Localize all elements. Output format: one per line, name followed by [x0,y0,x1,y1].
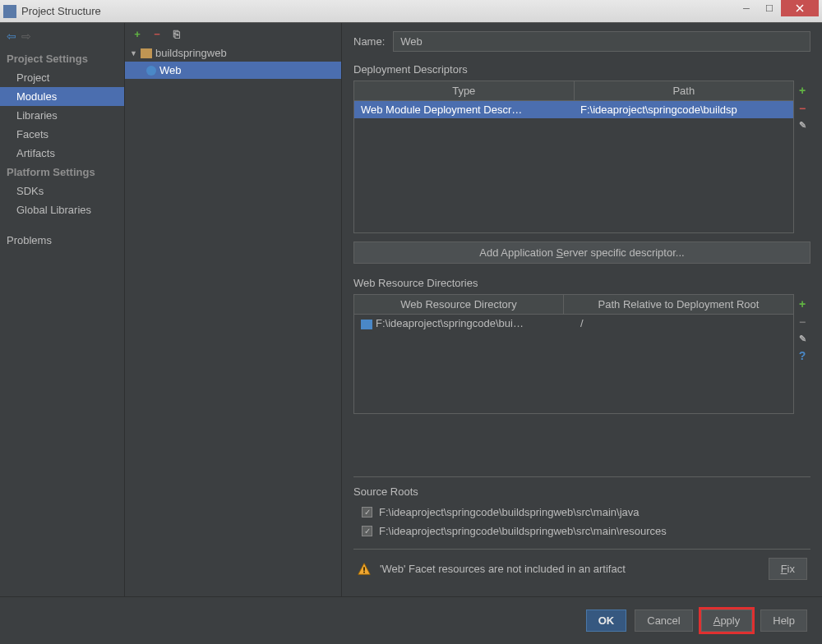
col-webres-dir[interactable]: Web Resource Directory [354,295,564,314]
module-tree-panel: + − ⎘ ▼ buildspringweb Web [125,23,342,596]
deploy-cell-path: F:\ideaproject\springcode\buildsp [574,101,793,118]
edit-webres-icon[interactable]: ✎ [799,334,806,344]
add-server-descriptor-button[interactable]: Add Application Server specific descript… [353,242,810,264]
add-icon[interactable]: + [132,28,143,39]
source-root-item[interactable]: ✓ F:\ideaproject\springcode\buildspringw… [353,522,810,540]
section-header-platform: Platform Settings [0,163,124,182]
col-path[interactable]: Path [575,81,794,100]
name-input[interactable] [393,31,810,52]
add-descriptor-icon[interactable]: + [799,84,806,97]
webres-thead: Web Resource Directory Path Relative to … [354,295,793,315]
name-label: Name: [353,35,385,48]
back-arrow-icon[interactable]: ⇦ [7,30,16,43]
copy-icon[interactable]: ⎘ [171,28,182,39]
tree-node-web[interactable]: Web [125,62,341,79]
tree-child-label: Web [159,64,182,76]
sidebar-item-sdks[interactable]: SDKs [0,182,124,200]
remove-icon[interactable]: − [151,28,163,39]
remove-webres-icon[interactable]: − [799,315,806,329]
webres-row-tools: + − ✎ ? [794,294,810,414]
settings-sidebar: ⇦ ⇨ Project Settings Project Modules Lib… [0,23,125,596]
webres-table-wrap: Web Resource Directory Path Relative to … [353,294,810,414]
help-webres-icon[interactable]: ? [799,349,806,362]
cancel-button[interactable]: Cancel [635,610,692,632]
deploy-row[interactable]: Web Module Deployment Descr… F:\ideaproj… [354,101,793,118]
source-root-path: F:\ideaproject\springcode\buildspringweb… [379,525,667,537]
deploy-table[interactable]: Type Path Web Module Deployment Descr… F… [353,80,794,233]
titlebar: Project Structure ─ ☐ [0,0,822,23]
sidebar-item-libraries[interactable]: Libraries [0,106,124,125]
warning-text: 'Web' Facet resources are not included i… [380,563,626,575]
source-roots-section: Source Roots ✓ F:\ideaproject\springcode… [353,476,810,540]
app-icon [3,5,16,18]
main-area: ⇦ ⇨ Project Settings Project Modules Lib… [0,23,822,596]
edit-descriptor-icon[interactable]: ✎ [799,120,806,131]
sidebar-item-facets[interactable]: Facets [0,125,124,144]
source-root-item[interactable]: ✓ F:\ideaproject\springcode\buildspringw… [353,503,810,522]
window-controls: ─ ☐ [735,0,819,22]
fix-button[interactable]: Fix [769,558,807,580]
deploy-tbody: Web Module Deployment Descr… F:\ideaproj… [354,101,793,232]
warning-row: 'Web' Facet resources are not included i… [353,549,810,588]
deploy-table-wrap: Type Path Web Module Deployment Descr… F… [353,80,810,233]
checkbox-icon[interactable]: ✓ [362,507,372,518]
module-icon [141,48,152,58]
bottom-bar: OK Cancel Apply Help [0,596,822,644]
web-facet-icon [146,66,156,76]
col-rel-path[interactable]: Path Relative to Deployment Root [564,295,793,314]
svg-rect-0 [363,567,365,571]
webres-header: Web Resource Directories [353,277,810,289]
source-roots-header: Source Roots [353,485,810,498]
content-panel: Name: Deployment Descriptors Type Path W… [342,23,822,596]
tree-root-label: buildspringweb [155,47,227,59]
name-row: Name: [353,31,810,52]
deploy-row-tools: + − ✎ [794,80,810,233]
window-title: Project Structure [21,5,735,17]
nav-arrows: ⇦ ⇨ [0,28,124,49]
deploy-descriptors-header: Deployment Descriptors [353,63,810,76]
apply-button[interactable]: Apply [701,610,753,632]
close-button[interactable] [781,0,819,16]
webres-cell-dir: F:\ideaproject\springcode\bui… [354,315,574,332]
sidebar-item-problems[interactable]: Problems [0,231,124,250]
add-webres-icon[interactable]: + [799,297,806,310]
svg-rect-1 [363,571,365,573]
col-type[interactable]: Type [354,81,575,100]
sidebar-item-project[interactable]: Project [0,68,124,87]
deploy-cell-type: Web Module Deployment Descr… [354,101,574,118]
sidebar-item-modules[interactable]: Modules [0,87,124,106]
tree-toolbar: + − ⎘ [125,23,341,44]
help-button[interactable]: Help [760,610,807,632]
spacer [0,219,124,231]
webres-tbody: F:\ideaproject\springcode\bui… / [354,315,793,413]
expand-icon[interactable]: ▼ [130,49,137,58]
folder-icon [361,320,372,329]
section-header-project: Project Settings [0,49,124,68]
remove-descriptor-icon[interactable]: − [799,102,806,115]
checkbox-icon[interactable]: ✓ [362,526,372,536]
forward-arrow-icon[interactable]: ⇨ [21,30,31,43]
webres-table[interactable]: Web Resource Directory Path Relative to … [353,294,794,414]
maximize-button[interactable]: ☐ [758,0,781,16]
ok-button[interactable]: OK [586,610,627,632]
sidebar-item-global-libraries[interactable]: Global Libraries [0,200,124,219]
warning-icon [357,562,372,577]
source-root-path: F:\ideaproject\springcode\buildspringweb… [379,506,640,518]
minimize-button[interactable]: ─ [735,0,758,16]
deploy-thead: Type Path [354,81,793,101]
webres-cell-rel: / [574,315,793,332]
webres-row[interactable]: F:\ideaproject\springcode\bui… / [354,315,793,332]
sidebar-item-artifacts[interactable]: Artifacts [0,144,124,163]
tree-node-root[interactable]: ▼ buildspringweb [125,44,341,62]
